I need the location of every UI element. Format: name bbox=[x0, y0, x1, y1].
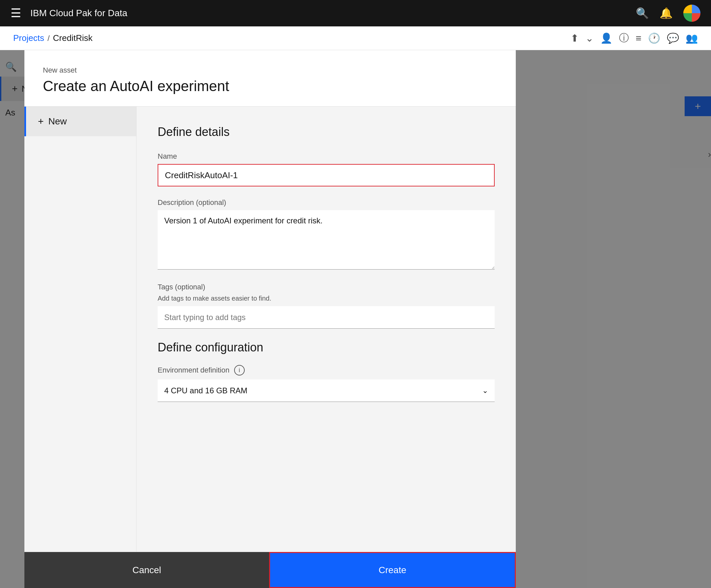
modal-footer: Cancel Create bbox=[24, 552, 516, 588]
description-textarea[interactable]: Version 1 of AutoAI experiment for credi… bbox=[158, 210, 495, 270]
breadcrumb: Projects / CreditRisk bbox=[13, 33, 93, 43]
modal-plus-icon: + bbox=[38, 116, 44, 127]
create-button[interactable]: Create bbox=[269, 552, 516, 588]
search-icon[interactable]: 🔍 bbox=[636, 7, 649, 19]
chat-icon[interactable]: 💬 bbox=[667, 32, 679, 44]
define-config-title: Define configuration bbox=[158, 340, 495, 354]
name-form-group: Name bbox=[158, 152, 495, 186]
list-icon[interactable]: ≡ bbox=[635, 33, 641, 44]
topbar-icons: 🔍 🔔 bbox=[636, 5, 701, 22]
tags-sublabel: Add tags to make assets easier to find. bbox=[158, 295, 495, 302]
notifications-icon[interactable]: 🔔 bbox=[660, 7, 673, 19]
modal-form-panel: Define details Name Description (optiona… bbox=[136, 107, 516, 552]
name-input[interactable] bbox=[158, 164, 495, 186]
cancel-button[interactable]: Cancel bbox=[24, 552, 269, 588]
app-brand: IBM Cloud Pak for Data bbox=[30, 8, 636, 19]
env-select-wrapper: 4 CPU and 16 GB RAM 2 CPU and 8 GB RAM 8… bbox=[158, 379, 495, 402]
description-label: Description (optional) bbox=[158, 198, 495, 207]
breadcrumb-projects[interactable]: Projects bbox=[13, 33, 44, 43]
env-label: Environment definition bbox=[158, 366, 230, 375]
description-form-group: Description (optional) Version 1 of Auto… bbox=[158, 198, 495, 271]
users-icon[interactable]: 👥 bbox=[686, 32, 698, 44]
add-user-icon[interactable]: 👤 bbox=[600, 32, 612, 44]
breadcrumb-current: CreditRisk bbox=[53, 33, 93, 43]
modal-left-panel: + New bbox=[24, 107, 136, 552]
chevron-down-icon[interactable]: ⌄ bbox=[585, 32, 594, 44]
modal-subtitle: New asset bbox=[43, 66, 497, 75]
info-icon[interactable]: ⓘ bbox=[619, 31, 629, 45]
modal-header: New asset Create an AutoAI experiment bbox=[24, 50, 516, 107]
modal-new-button[interactable]: + New bbox=[24, 107, 136, 136]
env-form-group: Environment definition i 4 CPU and 16 GB… bbox=[158, 365, 495, 402]
modal-title: Create an AutoAI experiment bbox=[43, 78, 497, 94]
modal-dialog: New asset Create an AutoAI experiment + … bbox=[24, 50, 516, 588]
env-label-row: Environment definition i bbox=[158, 365, 495, 376]
hamburger-icon[interactable]: ☰ bbox=[10, 6, 21, 20]
modal-body: + New Define details Name Description (o… bbox=[24, 107, 516, 552]
upload-icon[interactable]: ⬆ bbox=[570, 32, 579, 44]
modal-new-label: New bbox=[48, 116, 67, 127]
breadcrumb-bar: Projects / CreditRisk ⬆ ⌄ 👤 ⓘ ≡ 🕐 💬 👥 bbox=[0, 26, 711, 50]
tags-input[interactable] bbox=[158, 306, 495, 329]
tags-label: Tags (optional) bbox=[158, 283, 495, 291]
topbar: ☰ IBM Cloud Pak for Data 🔍 🔔 bbox=[0, 0, 711, 26]
tags-form-group: Tags (optional) Add tags to make assets … bbox=[158, 283, 495, 329]
name-label: Name bbox=[158, 152, 495, 161]
env-info-icon[interactable]: i bbox=[234, 365, 245, 376]
user-avatar[interactable] bbox=[683, 5, 701, 22]
env-select[interactable]: 4 CPU and 16 GB RAM 2 CPU and 8 GB RAM 8… bbox=[158, 379, 495, 402]
breadcrumb-separator: / bbox=[47, 34, 50, 43]
define-details-title: Define details bbox=[158, 125, 495, 139]
main-content: 🔍 + New As New asset Create an AutoAI ex… bbox=[0, 50, 711, 588]
clock-icon[interactable]: 🕐 bbox=[648, 32, 660, 44]
breadcrumb-actions: ⬆ ⌄ 👤 ⓘ ≡ 🕐 💬 👥 bbox=[570, 31, 698, 45]
